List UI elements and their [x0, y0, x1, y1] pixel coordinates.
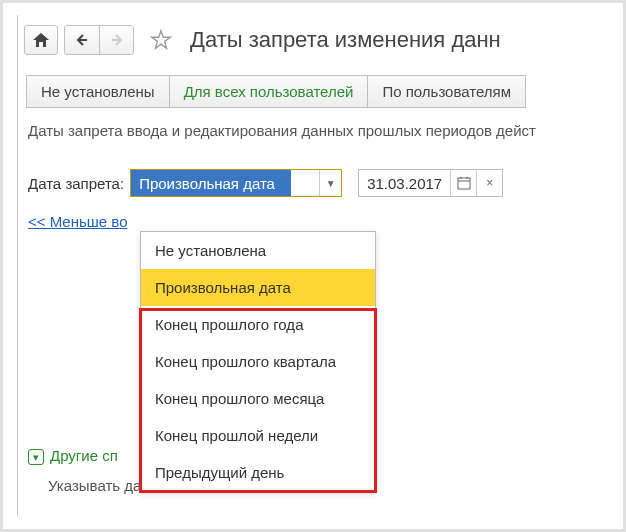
- mode-select[interactable]: Произвольная дата ▼: [130, 169, 342, 197]
- date-value: 31.03.2017: [359, 175, 450, 192]
- date-input[interactable]: 31.03.2017 ×: [358, 169, 503, 197]
- other-methods-heading[interactable]: ▾ Другие сп: [28, 447, 118, 465]
- toolbar: Даты запрета изменения данн: [18, 25, 617, 65]
- option-end-last-quarter[interactable]: Конец прошлого квартала: [141, 343, 375, 380]
- other-methods-sub: Указывать да: [48, 477, 141, 494]
- tab-all-users[interactable]: Для всех пользователей: [170, 75, 369, 108]
- arrow-left-icon: [75, 33, 89, 47]
- back-button[interactable]: [65, 26, 99, 54]
- tab-by-users[interactable]: По пользователям: [368, 75, 526, 108]
- star-icon: [150, 29, 172, 51]
- close-icon: ×: [486, 176, 493, 190]
- arrow-right-icon: [110, 33, 124, 47]
- field-label: Дата запрета:: [28, 175, 124, 192]
- chevron-down-icon: ▾: [33, 451, 39, 464]
- favorite-button[interactable]: [146, 25, 176, 55]
- other-methods-label: Другие сп: [50, 447, 118, 464]
- chevron-down-icon: ▼: [326, 178, 336, 189]
- tabs: Не установлены Для всех пользователей По…: [26, 75, 617, 108]
- dropdown-toggle[interactable]: ▼: [319, 170, 341, 196]
- option-end-last-year[interactable]: Конец прошлого года: [141, 306, 375, 343]
- option-end-last-month[interactable]: Конец прошлого месяца: [141, 380, 375, 417]
- option-not-set[interactable]: Не установлена: [141, 232, 375, 269]
- home-button[interactable]: [24, 25, 58, 55]
- tab-not-set[interactable]: Не установлены: [26, 75, 170, 108]
- expand-toggle[interactable]: ▾: [28, 449, 44, 465]
- calendar-icon: [457, 176, 471, 190]
- dropdown-list: Не установлена Произвольная дата Конец п…: [140, 231, 376, 492]
- option-end-last-week[interactable]: Конец прошлой недели: [141, 417, 375, 454]
- nav-group: [64, 25, 134, 55]
- calendar-button[interactable]: [450, 170, 476, 196]
- option-custom-date[interactable]: Произвольная дата: [141, 269, 375, 306]
- forward-button[interactable]: [99, 26, 133, 54]
- select-value: Произвольная дата: [131, 170, 291, 196]
- description-text: Даты запрета ввода и редактирования данн…: [28, 122, 617, 139]
- clear-date-button[interactable]: ×: [476, 170, 502, 196]
- svg-rect-0: [458, 178, 470, 189]
- home-icon: [32, 32, 50, 48]
- page-title: Даты запрета изменения данн: [190, 27, 501, 53]
- option-previous-day[interactable]: Предыдущий день: [141, 454, 375, 491]
- less-options-link[interactable]: << Меньше во: [28, 213, 127, 230]
- form-row: Дата запрета: Произвольная дата ▼ 31.03.…: [28, 169, 617, 197]
